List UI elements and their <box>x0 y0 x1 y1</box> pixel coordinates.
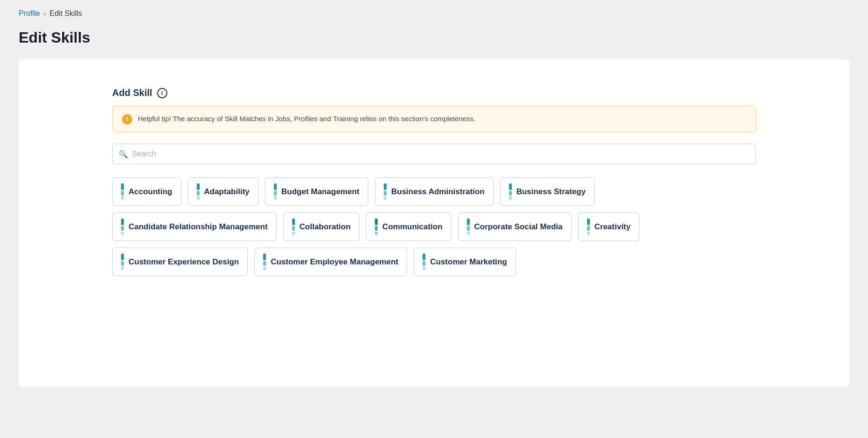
skill-chip-corporate-social-media[interactable]: Corporate Social Media <box>458 212 572 241</box>
skill-chip-creativity[interactable]: Creativity <box>578 212 639 241</box>
skill-chip-customer-employee-management[interactable]: Customer Employee Management <box>254 248 407 276</box>
skill-chip-label-collaboration: Collaboration <box>300 222 351 232</box>
skill-chip-label-creativity: Creativity <box>595 222 631 232</box>
skill-chip-collaboration[interactable]: Collaboration <box>283 212 360 241</box>
skill-chip-business-administration[interactable]: Business Administration <box>375 177 494 206</box>
skill-icon-customer-marketing <box>423 254 425 270</box>
skill-chip-business-strategy[interactable]: Business Strategy <box>500 177 595 206</box>
skill-icon-creativity <box>587 219 590 235</box>
skill-icon-corporate-social-media <box>467 219 470 235</box>
skill-chip-budget-management[interactable]: Budget Management <box>265 177 368 206</box>
search-icon: 🔍 <box>119 150 128 159</box>
content-card: Add Skill i ! Helpful tip! The accuracy … <box>19 59 849 387</box>
skill-chip-label-adaptability: Adaptability <box>204 187 250 197</box>
breadcrumb-current: Edit Skills <box>50 9 82 18</box>
skill-icon-customer-experience-design <box>121 254 124 270</box>
skill-chip-label-communication: Communication <box>382 222 442 232</box>
skill-chip-label-budget-management: Budget Management <box>281 187 359 197</box>
breadcrumb: Profile › Edit Skills <box>19 9 849 18</box>
skill-chip-adaptability[interactable]: Adaptability <box>188 177 258 206</box>
skill-chip-label-customer-marketing: Customer Marketing <box>430 257 507 267</box>
tip-warning-icon: ! <box>122 114 132 124</box>
skill-chip-label-candidate-relationship-management: Candidate Relationship Management <box>129 222 268 232</box>
skill-chip-customer-experience-design[interactable]: Customer Experience Design <box>112 248 248 276</box>
skill-chip-label-accounting: Accounting <box>129 187 172 197</box>
skill-chip-label-corporate-social-media: Corporate Social Media <box>474 222 563 232</box>
skill-chip-candidate-relationship-management[interactable]: Candidate Relationship Management <box>112 212 277 241</box>
skill-icon-accounting <box>121 183 124 200</box>
skill-chip-label-business-strategy: Business Strategy <box>516 187 586 197</box>
skill-chip-customer-marketing[interactable]: Customer Marketing <box>414 248 516 276</box>
info-icon[interactable]: i <box>157 88 167 98</box>
breadcrumb-profile-link[interactable]: Profile <box>19 9 40 18</box>
skill-icon-collaboration <box>292 219 295 235</box>
search-input[interactable] <box>112 144 756 164</box>
breadcrumb-separator: › <box>43 10 46 17</box>
skill-icon-budget-management <box>274 183 277 200</box>
skill-icon-business-strategy <box>509 183 512 200</box>
page-title: Edit Skills <box>19 29 849 46</box>
page-wrapper: Profile › Edit Skills Edit Skills Add Sk… <box>0 0 868 396</box>
skill-icon-adaptability <box>197 183 200 200</box>
skill-chip-accounting[interactable]: Accounting <box>112 177 181 206</box>
skill-icon-communication <box>375 219 378 235</box>
add-skill-header: Add Skill i <box>112 88 756 98</box>
skill-chip-label-customer-employee-management: Customer Employee Management <box>271 257 398 267</box>
skills-grid: AccountingAdaptabilityBudget ManagementB… <box>112 177 756 276</box>
tip-text: Helpful tip! The accuracy of Skill Match… <box>138 114 475 124</box>
search-container: 🔍 <box>112 144 756 164</box>
skill-chip-communication[interactable]: Communication <box>366 212 451 241</box>
skill-icon-candidate-relationship-management <box>121 219 124 235</box>
skill-chip-label-customer-experience-design: Customer Experience Design <box>129 257 239 267</box>
skill-icon-business-administration <box>384 183 387 200</box>
add-skill-title: Add Skill <box>112 88 152 98</box>
skill-icon-customer-employee-management <box>263 254 266 270</box>
skill-chip-label-business-administration: Business Administration <box>391 187 485 197</box>
tip-banner: ! Helpful tip! The accuracy of Skill Mat… <box>112 106 756 132</box>
